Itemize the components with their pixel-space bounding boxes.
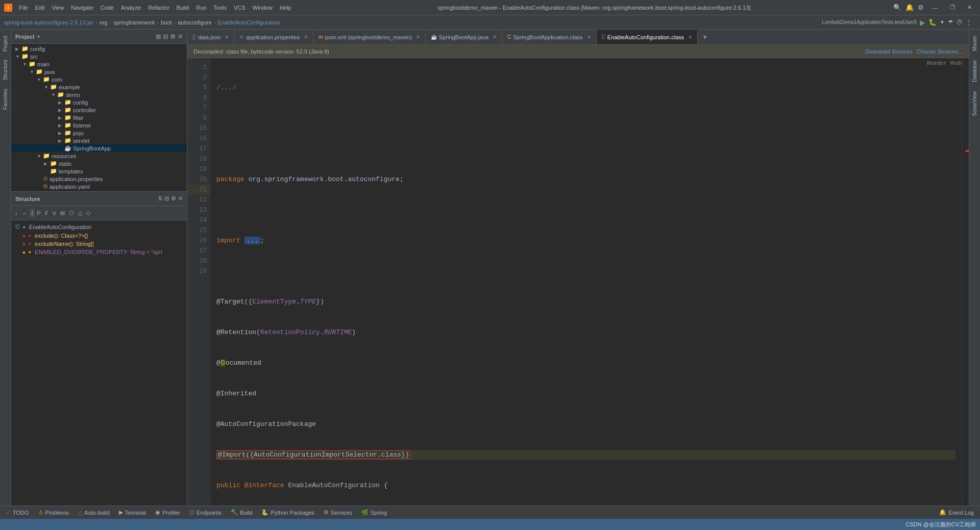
struct-item-exclude[interactable]: ● ✦ exclude(): Class<?>[] — [11, 232, 187, 240]
project-settings-icon[interactable]: ⚙ — [170, 33, 176, 40]
profile-button[interactable]: ⏱ — [957, 19, 963, 26]
structure-settings-icon[interactable]: ⚙ — [171, 195, 176, 202]
choose-sources-link[interactable]: Choose Sources... — [917, 48, 963, 55]
bottom-tab-problems[interactable]: ⚠ Problems — [34, 508, 73, 517]
tree-item-resources[interactable]: ▼ 📁 resources — [11, 152, 187, 160]
struct-icon-10[interactable]: ◇ — [85, 209, 92, 217]
menu-tools[interactable]: Tools — [210, 4, 230, 12]
tree-item-main[interactable]: ▼ 📁 main — [11, 60, 187, 68]
tree-item-app-yaml[interactable]: ⚙ application.yaml — [11, 183, 187, 190]
struct-item-property[interactable]: ● ✦ ENABLED_OVERRIDE_PROPERTY: String = … — [11, 248, 187, 256]
tree-item-demo-config[interactable]: ▶ 📁 config — [11, 98, 187, 106]
structure-filter-icon[interactable]: ⊟ — [164, 195, 169, 202]
tab-data-json[interactable]: {} data.json ✕ — [187, 30, 234, 44]
search-icon[interactable]: 🔍 — [893, 4, 901, 11]
tree-item-app-properties[interactable]: ⚙ application.properties — [11, 175, 187, 183]
tab-app-properties[interactable]: ⚙ application.properties ✕ — [234, 30, 313, 44]
close-button[interactable]: ✕ — [963, 4, 976, 11]
bottom-tab-spring[interactable]: 🌿 Spring — [357, 508, 391, 517]
expand-all-icon[interactable]: ⊞ — [156, 33, 161, 40]
tree-item-filter[interactable]: ▶ 📁 filter — [11, 114, 187, 121]
run-button[interactable]: ▶ — [920, 18, 925, 27]
breadcrumb-item-0[interactable]: spring-boot-autoconfigure-2.6.13.jar — [4, 19, 93, 26]
bottom-tab-profiler[interactable]: ◉ Profiler — [151, 508, 184, 517]
tree-item-pojo[interactable]: ▶ 📁 pojo — [11, 129, 187, 137]
bottom-tab-services[interactable]: ⚙ Services — [320, 508, 356, 517]
struct-icon-9[interactable]: △ — [77, 209, 84, 217]
project-dropdown-icon[interactable]: ▼ — [36, 34, 41, 39]
database-side-tab[interactable]: Database — [970, 56, 979, 86]
minimize-button[interactable]: — — [928, 5, 942, 11]
struct-icon-3[interactable]: I — [30, 209, 35, 217]
menu-analyze[interactable]: Analyze — [117, 4, 144, 12]
tree-item-springbootapp[interactable]: ☕ SpringBootApp — [11, 144, 187, 152]
menu-navigate[interactable]: Navigate — [67, 4, 96, 12]
menu-help[interactable]: Help — [276, 4, 295, 12]
maven-side-tab[interactable]: Maven — [970, 32, 979, 55]
tab-springbootapplication-class[interactable]: C SpringBootApplication.class ✕ — [502, 30, 597, 44]
tree-item-static[interactable]: ▶ 📁 static — [11, 160, 187, 167]
menu-build[interactable]: Build — [173, 4, 192, 12]
tabs-more-button[interactable]: ▼ — [698, 30, 712, 44]
struct-icon-6[interactable]: V — [51, 209, 58, 217]
struct-icon-8[interactable]: ⬡ — [67, 209, 76, 217]
struct-icon-7[interactable]: M — [59, 209, 66, 217]
tree-item-com[interactable]: ▼ 📁 com — [11, 75, 187, 83]
collapse-all-icon[interactable]: ⊟ — [163, 33, 168, 40]
bottom-tab-terminal[interactable]: ▶ Terminal — [115, 508, 151, 517]
struct-item-excludename[interactable]: ● ✦ excludeName(): String[] — [11, 240, 187, 248]
tree-item-controller[interactable]: ▶ 📁 controller — [11, 106, 187, 114]
tree-item-src[interactable]: ▼ 📁 src — [11, 53, 187, 60]
menu-refactor[interactable]: Refactor — [144, 4, 173, 12]
tree-item-java[interactable]: ▼ 📁 java — [11, 68, 187, 75]
download-sources-link[interactable]: Download Sources — [865, 48, 912, 55]
structure-side-tab[interactable]: Structure — [1, 56, 10, 85]
tree-item-config[interactable]: ▶ 📁 config — [11, 45, 187, 53]
breadcrumb-item-2[interactable]: springframework — [113, 19, 155, 26]
menu-run[interactable]: Run — [192, 4, 210, 12]
sonarview-side-tab[interactable]: SonarView — [970, 87, 979, 120]
tree-item-templates[interactable]: 📁 templates — [11, 167, 187, 175]
tab-springbootapp[interactable]: ☕ SpringBootApp.java ✕ — [426, 30, 502, 44]
menu-code[interactable]: Code — [97, 4, 117, 12]
struct-item-class[interactable]: © ✦ EnableAutoConfiguration — [11, 222, 187, 232]
tree-item-demo[interactable]: ▼ 📁 demo — [11, 91, 187, 98]
favorites-side-tab[interactable]: Favorites — [1, 85, 10, 114]
struct-icon-1[interactable]: ↕ — [13, 209, 19, 217]
settings-icon[interactable]: ⚙ — [918, 4, 924, 11]
tree-item-listener[interactable]: ▶ 📁 listener — [11, 121, 187, 129]
tab-enableautoconfiguration[interactable]: C EnableAutoConfiguration.class ✕ — [597, 30, 698, 44]
debug-button[interactable]: 🐛 — [928, 18, 937, 26]
struct-icon-4[interactable]: P — [36, 209, 42, 217]
project-close-icon[interactable]: ✕ — [178, 33, 183, 40]
reader-mode-button[interactable]: Reader Mode — [926, 60, 964, 66]
code-content[interactable]: /.../ package org.springframework.boot.a… — [210, 58, 962, 506]
notification-icon[interactable]: 🔔 — [905, 4, 914, 11]
breadcrumb-item-3[interactable]: boot — [161, 19, 172, 26]
tab-pom-xml[interactable]: m pom.xml (springbootdemo_maven) ✕ — [313, 30, 426, 44]
menu-window[interactable]: Window — [249, 4, 276, 12]
tree-item-example[interactable]: ▼ 📁 example — [11, 83, 187, 91]
event-log-button[interactable]: 🔔 Event Log — [935, 508, 978, 517]
project-side-tab[interactable]: Project — [1, 32, 10, 56]
breadcrumb-item-4[interactable]: autoconfigure — [178, 19, 212, 26]
restore-button[interactable]: ❐ — [946, 4, 959, 11]
struct-icon-5[interactable]: F — [43, 209, 50, 217]
coverage-button[interactable]: ☂ — [948, 19, 953, 26]
bottom-tab-python-packages[interactable]: 🐍 Python Packages — [257, 508, 318, 517]
run-dropdown[interactable]: ▼ — [940, 19, 945, 25]
menu-file[interactable]: File — [15, 4, 32, 12]
tree-item-servlet[interactable]: ▶ 📁 servlet — [11, 137, 187, 144]
more-run-button[interactable]: ⋮ — [966, 19, 972, 26]
breadcrumb-item-5[interactable]: EnableAutoConfiguration — [218, 19, 280, 26]
bottom-tab-todo[interactable]: ✓ TODO — [2, 508, 33, 517]
menu-edit[interactable]: Edit — [32, 4, 48, 12]
bottom-tab-build[interactable]: 🔨 Build — [227, 508, 256, 517]
code-editor[interactable]: 1 2 5 6 7 8 15 16 17 18 19 20 21 22 23 2… — [187, 58, 969, 506]
structure-sort-icon[interactable]: ⇅ — [158, 195, 162, 202]
menu-view[interactable]: View — [48, 4, 68, 12]
bottom-tab-endpoints[interactable]: ⬡ Endpoints — [185, 508, 226, 517]
structure-close-icon[interactable]: ✕ — [178, 195, 183, 202]
menu-vcs[interactable]: VCS — [230, 4, 249, 12]
bottom-tab-autobuild[interactable]: △ Auto-build — [74, 508, 114, 517]
